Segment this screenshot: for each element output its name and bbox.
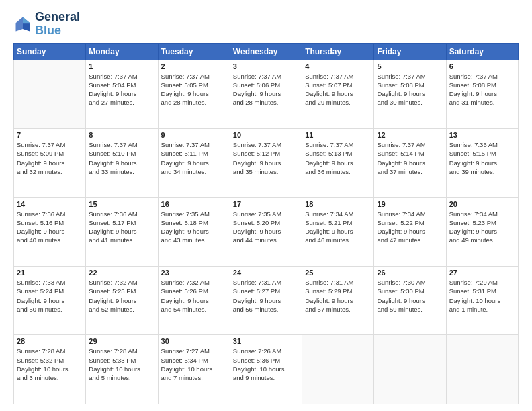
day-number: 2 [161,62,227,71]
day-number: 9 [161,131,227,139]
calendar-cell: 3Sunrise: 7:37 AM Sunset: 5:06 PM Daylig… [230,60,302,128]
day-number: 14 [17,200,83,208]
day-info: Sunrise: 7:27 AM Sunset: 5:34 PM Dayligh… [161,347,227,382]
calendar-cell [302,335,374,404]
day-info: Sunrise: 7:37 AM Sunset: 5:06 PM Dayligh… [233,72,299,107]
day-number: 28 [17,337,83,345]
day-info: Sunrise: 7:37 AM Sunset: 5:10 PM Dayligh… [89,140,154,176]
calendar-cell: 31Sunrise: 7:26 AM Sunset: 5:36 PM Dayli… [230,335,302,404]
day-info: Sunrise: 7:34 AM Sunset: 5:21 PM Dayligh… [305,210,371,245]
calendar-cell [446,335,518,404]
day-number: 22 [89,269,154,277]
calendar-cell: 23Sunrise: 7:32 AM Sunset: 5:26 PM Dayli… [158,267,230,335]
day-number: 30 [161,337,227,345]
logo-icon [13,15,32,34]
calendar-week-row: 14Sunrise: 7:36 AM Sunset: 5:16 PM Dayli… [14,197,519,266]
day-number: 29 [89,337,154,345]
calendar-day-header: Tuesday [158,43,230,60]
day-info: Sunrise: 7:33 AM Sunset: 5:24 PM Dayligh… [17,278,83,314]
calendar-cell [14,60,86,128]
calendar-cell: 9Sunrise: 7:37 AM Sunset: 5:11 PM Daylig… [158,129,230,197]
day-info: Sunrise: 7:37 AM Sunset: 5:07 PM Dayligh… [305,72,371,107]
calendar-cell: 29Sunrise: 7:28 AM Sunset: 5:33 PM Dayli… [86,335,158,404]
day-number: 25 [305,269,371,277]
calendar-day-header: Friday [374,43,446,60]
calendar-week-row: 1Sunrise: 7:37 AM Sunset: 5:04 PM Daylig… [14,60,519,128]
calendar-header-row: SundayMondayTuesdayWednesdayThursdayFrid… [14,43,519,60]
calendar-cell: 17Sunrise: 7:35 AM Sunset: 5:20 PM Dayli… [230,197,302,266]
calendar-day-header: Wednesday [230,43,302,60]
day-number: 5 [377,62,443,71]
calendar-cell: 13Sunrise: 7:36 AM Sunset: 5:15 PM Dayli… [446,129,518,197]
day-number: 12 [377,131,443,139]
calendar-cell: 14Sunrise: 7:36 AM Sunset: 5:16 PM Dayli… [14,197,86,266]
header: General Blue [13,11,519,38]
day-info: Sunrise: 7:37 AM Sunset: 5:04 PM Dayligh… [89,72,154,107]
calendar-table: SundayMondayTuesdayWednesdayThursdayFrid… [13,43,519,404]
calendar-day-header: Thursday [302,43,374,60]
day-info: Sunrise: 7:37 AM Sunset: 5:11 PM Dayligh… [161,140,227,176]
calendar-day-header: Monday [86,43,158,60]
day-number: 19 [377,200,443,208]
svg-marker-1 [23,17,30,23]
day-number: 8 [89,131,154,139]
calendar-cell: 6Sunrise: 7:37 AM Sunset: 5:08 PM Daylig… [446,60,518,128]
logo-text-blue: Blue [35,24,80,38]
day-number: 15 [89,200,154,208]
day-info: Sunrise: 7:37 AM Sunset: 5:13 PM Dayligh… [305,140,371,176]
day-number: 7 [17,131,83,139]
calendar-cell: 25Sunrise: 7:31 AM Sunset: 5:29 PM Dayli… [302,267,374,335]
day-info: Sunrise: 7:26 AM Sunset: 5:36 PM Dayligh… [233,347,299,382]
calendar-cell: 21Sunrise: 7:33 AM Sunset: 5:24 PM Dayli… [14,267,86,335]
day-info: Sunrise: 7:37 AM Sunset: 5:08 PM Dayligh… [377,72,443,107]
calendar-cell: 5Sunrise: 7:37 AM Sunset: 5:08 PM Daylig… [374,60,446,128]
calendar-cell: 15Sunrise: 7:36 AM Sunset: 5:17 PM Dayli… [86,197,158,266]
calendar-cell: 8Sunrise: 7:37 AM Sunset: 5:10 PM Daylig… [86,129,158,197]
calendar-cell: 12Sunrise: 7:37 AM Sunset: 5:14 PM Dayli… [374,129,446,197]
calendar-cell: 26Sunrise: 7:30 AM Sunset: 5:30 PM Dayli… [374,267,446,335]
day-info: Sunrise: 7:34 AM Sunset: 5:23 PM Dayligh… [449,210,515,245]
day-number: 21 [17,269,83,277]
calendar-week-row: 28Sunrise: 7:28 AM Sunset: 5:32 PM Dayli… [14,335,519,404]
calendar-cell: 24Sunrise: 7:31 AM Sunset: 5:27 PM Dayli… [230,267,302,335]
day-number: 3 [233,62,299,71]
day-number: 26 [377,269,443,277]
day-info: Sunrise: 7:32 AM Sunset: 5:26 PM Dayligh… [161,278,227,314]
day-number: 1 [89,62,154,71]
calendar-cell: 10Sunrise: 7:37 AM Sunset: 5:12 PM Dayli… [230,129,302,197]
day-number: 6 [449,62,515,71]
day-info: Sunrise: 7:36 AM Sunset: 5:16 PM Dayligh… [17,210,83,245]
logo: General Blue [13,11,80,38]
day-number: 11 [305,131,371,139]
day-info: Sunrise: 7:28 AM Sunset: 5:32 PM Dayligh… [17,347,83,382]
day-info: Sunrise: 7:31 AM Sunset: 5:27 PM Dayligh… [233,278,299,314]
day-info: Sunrise: 7:37 AM Sunset: 5:08 PM Dayligh… [449,72,515,107]
calendar-week-row: 21Sunrise: 7:33 AM Sunset: 5:24 PM Dayli… [14,267,519,335]
calendar-cell: 27Sunrise: 7:29 AM Sunset: 5:31 PM Dayli… [446,267,518,335]
calendar-cell: 28Sunrise: 7:28 AM Sunset: 5:32 PM Dayli… [14,335,86,404]
page: General Blue SundayMondayTuesdayWednesda… [0,0,532,411]
day-info: Sunrise: 7:32 AM Sunset: 5:25 PM Dayligh… [89,278,154,314]
calendar-day-header: Sunday [14,43,86,60]
day-number: 23 [161,269,227,277]
day-number: 13 [449,131,515,139]
day-number: 16 [161,200,227,208]
calendar-cell: 4Sunrise: 7:37 AM Sunset: 5:07 PM Daylig… [302,60,374,128]
calendar-cell: 1Sunrise: 7:37 AM Sunset: 5:04 PM Daylig… [86,60,158,128]
day-number: 20 [449,200,515,208]
day-number: 27 [449,269,515,277]
logo-text-general: General [35,11,80,24]
calendar-week-row: 7Sunrise: 7:37 AM Sunset: 5:09 PM Daylig… [14,129,519,197]
calendar-cell: 16Sunrise: 7:35 AM Sunset: 5:18 PM Dayli… [158,197,230,266]
day-number: 18 [305,200,371,208]
calendar-cell: 11Sunrise: 7:37 AM Sunset: 5:13 PM Dayli… [302,129,374,197]
calendar-cell: 22Sunrise: 7:32 AM Sunset: 5:25 PM Dayli… [86,267,158,335]
day-info: Sunrise: 7:36 AM Sunset: 5:15 PM Dayligh… [449,140,515,176]
day-info: Sunrise: 7:35 AM Sunset: 5:18 PM Dayligh… [161,210,227,245]
day-info: Sunrise: 7:36 AM Sunset: 5:17 PM Dayligh… [89,210,154,245]
day-info: Sunrise: 7:34 AM Sunset: 5:22 PM Dayligh… [377,210,443,245]
day-number: 17 [233,200,299,208]
day-info: Sunrise: 7:29 AM Sunset: 5:31 PM Dayligh… [449,278,515,314]
calendar-cell: 20Sunrise: 7:34 AM Sunset: 5:23 PM Dayli… [446,197,518,266]
day-number: 24 [233,269,299,277]
